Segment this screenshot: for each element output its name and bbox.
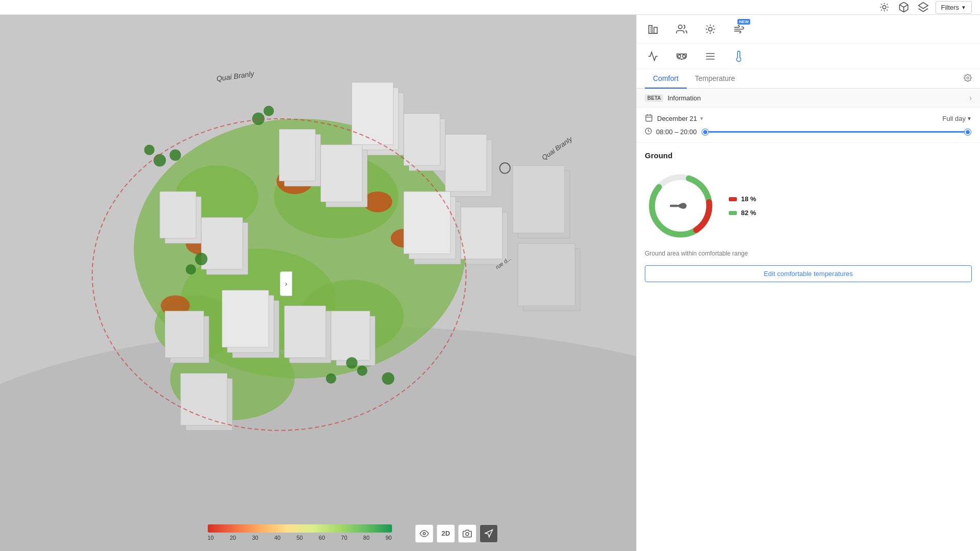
- camera-button[interactable]: [458, 524, 476, 543]
- svg-rect-65: [518, 243, 575, 306]
- svg-rect-57: [331, 311, 370, 360]
- svg-rect-113: [670, 205, 678, 207]
- date-select[interactable]: December 21 ▼: [657, 115, 704, 122]
- svg-line-98: [707, 26, 708, 27]
- svg-line-6: [886, 10, 887, 11]
- svg-point-70: [264, 106, 274, 116]
- date-row: December 21 ▼ Full day ▼: [645, 114, 972, 123]
- thermometer-icon[interactable]: [731, 48, 747, 65]
- panel-icon-bar-2: [637, 44, 980, 69]
- bottom-toolbar: 2D: [415, 524, 498, 543]
- donut-legend: 18 % 82 %: [729, 195, 756, 217]
- svg-rect-50: [201, 218, 243, 269]
- wind-new-icon[interactable]: NEW: [731, 21, 747, 37]
- settings-icon[interactable]: [964, 74, 972, 84]
- svg-point-67: [144, 145, 155, 155]
- svg-line-8: [881, 10, 882, 11]
- binoculars-icon[interactable]: [673, 48, 690, 65]
- full-day-label: Full day: [943, 115, 966, 122]
- svg-rect-105: [646, 115, 652, 121]
- new-badge: NEW: [737, 19, 750, 25]
- edit-temperatures-button[interactable]: Edit comfortable temperatures: [645, 265, 972, 282]
- tab-temperature[interactable]: Temperature: [687, 69, 744, 89]
- time-range-label: 08:00 – 20:00: [656, 128, 697, 136]
- clock-icon: [645, 128, 652, 136]
- sun-icon[interactable]: [877, 0, 891, 14]
- svg-point-0: [882, 6, 886, 9]
- svg-line-11: [904, 5, 908, 7]
- panel-icon-bar-1: NEW: [637, 15, 980, 44]
- svg-rect-33: [352, 82, 393, 145]
- svg-point-102: [678, 55, 681, 58]
- panel-tabs: Comfort Temperature: [637, 69, 980, 89]
- svg-rect-63: [513, 165, 564, 233]
- svg-point-103: [683, 55, 686, 58]
- layers-icon[interactable]: [916, 0, 930, 14]
- donut-svg: [645, 170, 716, 242]
- color-scale-bar: [208, 524, 392, 533]
- cube-icon[interactable]: [897, 0, 911, 14]
- legend-item-comfortable: 82 %: [729, 209, 756, 217]
- time-slider[interactable]: [705, 131, 968, 133]
- sun-analysis-icon[interactable]: [702, 21, 718, 37]
- svg-rect-46: [321, 145, 362, 202]
- beta-badge: BETA: [645, 94, 663, 102]
- time-slider-right-thumb[interactable]: [965, 129, 971, 135]
- legend-swatch-comfortable: [729, 211, 737, 215]
- legend-swatch-hot: [729, 197, 737, 201]
- donut-area: 18 % 82 %: [645, 170, 972, 242]
- beta-arrow-icon: ›: [969, 94, 972, 102]
- scale-label-30: 30: [252, 535, 258, 541]
- map-view[interactable]: Quai Branly Quai Branly rue d... 10 20 3…: [0, 15, 636, 551]
- ground-title: Ground: [645, 151, 972, 160]
- svg-rect-59: [165, 311, 204, 357]
- chart-line-icon[interactable]: [645, 48, 661, 65]
- eye-button[interactable]: [415, 524, 433, 543]
- time-slider-left-thumb[interactable]: [702, 129, 708, 135]
- calendar-icon: [645, 114, 653, 123]
- navigate-button[interactable]: [480, 524, 498, 543]
- filters-button[interactable]: Filters ▼: [935, 1, 972, 14]
- date-value: December 21: [657, 115, 697, 122]
- datetime-section: December 21 ▼ Full day ▼ 08:00 – 20:00: [637, 108, 980, 143]
- flow-icon[interactable]: [702, 48, 718, 65]
- beta-info-bar[interactable]: BETA Information ›: [637, 89, 980, 108]
- scale-label-10: 10: [208, 535, 214, 541]
- svg-point-74: [357, 366, 367, 376]
- color-scale-labels: 10 20 30 40 50 60 70 80 90: [208, 535, 392, 541]
- legend-value-hot: 18 %: [741, 195, 756, 203]
- svg-line-13: [919, 9, 923, 12]
- city-svg: Quai Branly Quai Branly rue d...: [0, 15, 636, 551]
- tab-comfort[interactable]: Comfort: [645, 69, 687, 89]
- svg-point-104: [967, 77, 969, 79]
- svg-point-93: [708, 27, 712, 31]
- color-scale: 10 20 30 40 50 60 70 80 90: [208, 524, 392, 541]
- svg-line-14: [923, 9, 928, 12]
- svg-line-101: [707, 32, 708, 33]
- svg-line-10: [900, 5, 904, 7]
- 2d-label: 2D: [442, 529, 450, 537]
- svg-rect-35: [404, 114, 440, 165]
- svg-line-7: [886, 4, 887, 5]
- scale-label-60: 60: [319, 535, 325, 541]
- svg-point-83: [466, 533, 469, 536]
- topbar-tools: Filters ▼: [877, 0, 972, 14]
- svg-point-66: [154, 154, 166, 166]
- 2d-button[interactable]: 2D: [437, 524, 455, 543]
- svg-line-5: [881, 4, 882, 5]
- people-icon[interactable]: [673, 21, 690, 37]
- panel-toggle-button[interactable]: ›: [280, 271, 292, 296]
- city-scene: Quai Branly Quai Branly rue d... 10 20 3…: [0, 15, 636, 551]
- svg-marker-84: [485, 529, 492, 537]
- full-day-button[interactable]: Full day ▼: [943, 115, 972, 122]
- svg-point-72: [195, 253, 207, 265]
- svg-rect-37: [445, 134, 487, 192]
- svg-point-73: [346, 357, 357, 369]
- buildings-icon[interactable]: [645, 21, 661, 37]
- scale-label-50: 50: [296, 535, 302, 541]
- svg-rect-53: [222, 290, 269, 348]
- svg-rect-48: [160, 192, 196, 238]
- legend-item-hot: 18 %: [729, 195, 756, 203]
- svg-point-69: [252, 113, 265, 125]
- ground-section: Ground: [637, 143, 980, 551]
